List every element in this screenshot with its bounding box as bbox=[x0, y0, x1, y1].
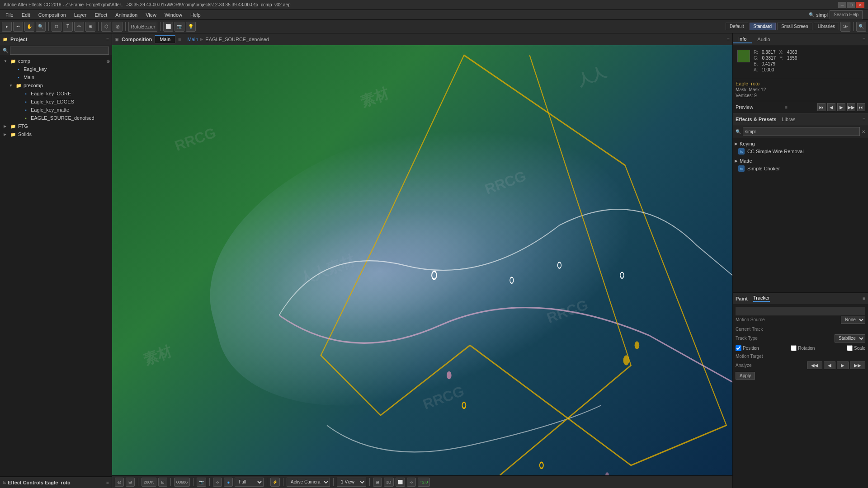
roto-tool[interactable]: ◎ bbox=[113, 22, 123, 32]
tracker-tab[interactable]: Tracker bbox=[753, 295, 770, 302]
tab-audio[interactable]: Audio bbox=[752, 36, 775, 43]
ep-keying-header[interactable]: ▶ Keying bbox=[735, 140, 866, 147]
camera-tool[interactable]: 📷 bbox=[175, 22, 184, 32]
search-btn[interactable]: 🔍 bbox=[856, 22, 866, 32]
transparency-btn[interactable]: ⊹ bbox=[213, 478, 222, 487]
workspace-default[interactable]: Default bbox=[726, 23, 748, 30]
maximize-button[interactable]: □ bbox=[847, 2, 855, 8]
tree-item-comp[interactable]: ▼ 📁 comp ⊕ bbox=[0, 57, 112, 65]
expand-arrow: ▼ bbox=[4, 59, 8, 63]
shape-tool[interactable]: □ bbox=[52, 22, 61, 32]
menu-edit[interactable]: Edit bbox=[18, 11, 34, 19]
tab-info[interactable]: Info bbox=[733, 35, 752, 43]
ep-item-simple-choker[interactable]: fx Simple Choker bbox=[735, 164, 866, 173]
ep-clear-btn[interactable]: ✕ bbox=[862, 129, 865, 134]
preview-options[interactable]: ≡ bbox=[785, 105, 788, 110]
menu-layer[interactable]: Layer bbox=[71, 11, 90, 19]
text-tool[interactable]: T bbox=[63, 22, 73, 32]
workspace-libraries[interactable]: Libraries bbox=[814, 23, 839, 30]
tree-item-ftg[interactable]: ▶ 📁 FTG bbox=[0, 122, 112, 130]
views-select[interactable]: 1 View 2 Views 4 Views bbox=[337, 478, 366, 487]
motion-source-select[interactable]: None bbox=[841, 316, 865, 324]
viewer-snap-btn[interactable]: ⊞ bbox=[126, 478, 135, 487]
frame-display[interactable]: 00686 bbox=[174, 478, 190, 487]
camera-select[interactable]: Active Camera bbox=[287, 478, 330, 487]
menu-effect[interactable]: Effect bbox=[91, 11, 111, 19]
zoom-tool[interactable]: 🔍 bbox=[36, 22, 46, 32]
fast-preview-btn[interactable]: ⚡ bbox=[270, 478, 280, 487]
right-panel-options[interactable]: ≡ bbox=[860, 37, 868, 42]
tree-item-precomp[interactable]: ▼ 📁 precomp bbox=[0, 81, 112, 89]
breadcrumb-main[interactable]: Main bbox=[187, 37, 198, 42]
tree-item-eagle-edges[interactable]: ▪ Eagle_key_EDGES bbox=[0, 98, 112, 106]
minimize-button[interactable]: ─ bbox=[838, 2, 846, 8]
scale-checkbox[interactable] bbox=[847, 345, 853, 351]
track-type-select[interactable]: Stabilize bbox=[835, 334, 865, 343]
brush-tool[interactable]: ✏ bbox=[74, 22, 84, 32]
project-search-input[interactable] bbox=[10, 47, 109, 55]
menu-animation[interactable]: Animation bbox=[112, 11, 141, 19]
toggle-mask-btn[interactable]: ◈ bbox=[224, 478, 233, 487]
quality-select[interactable]: Full Half Third Quarter bbox=[235, 478, 264, 487]
project-tab[interactable]: Project bbox=[10, 37, 27, 42]
position-check-label: Position bbox=[736, 345, 759, 351]
align-tool[interactable]: ⬜ bbox=[163, 22, 173, 32]
menu-help[interactable]: Help bbox=[187, 11, 204, 19]
puppet-tool[interactable]: ⊕ bbox=[85, 22, 95, 32]
position-checkbox[interactable] bbox=[736, 345, 741, 351]
tree-item-eagle-core[interactable]: ▪ Eagle_key_CORE bbox=[0, 89, 112, 98]
light-tool[interactable]: 💡 bbox=[186, 22, 196, 32]
ep-matte-header[interactable]: ▶ Matte bbox=[735, 157, 866, 164]
zoom-display[interactable]: 200% bbox=[142, 478, 156, 487]
step-fwd-btn[interactable]: ⏭ bbox=[857, 103, 865, 111]
search-help-box[interactable]: Search Help bbox=[830, 10, 863, 19]
workspace-menu[interactable]: ≫ bbox=[840, 22, 850, 32]
tree-item-main[interactable]: ▪ Main bbox=[0, 73, 112, 81]
pen-tool[interactable]: ✒ bbox=[13, 22, 23, 32]
menu-file[interactable]: File bbox=[2, 11, 17, 19]
pixel-aspect-btn[interactable]: ⬜ bbox=[396, 478, 405, 487]
view-3d-btn[interactable]: 3D bbox=[384, 478, 394, 487]
prev-frame-btn[interactable]: ◀ bbox=[827, 103, 835, 111]
analyze-fwd-btn[interactable]: ▶▶ bbox=[850, 361, 865, 369]
tree-label-eagle-key: Eagle_key bbox=[24, 66, 47, 72]
next-frame-btn[interactable]: ▶▶ bbox=[847, 103, 855, 111]
analyze-step-back-btn[interactable]: ◀ bbox=[824, 361, 835, 369]
menu-window[interactable]: Window bbox=[161, 11, 186, 19]
tree-item-eagle-matte[interactable]: ▪ Eagle_key_matte bbox=[0, 106, 112, 114]
view-options-btn[interactable]: ⊞ bbox=[373, 478, 382, 487]
ep-search-input[interactable] bbox=[743, 127, 860, 136]
close-button[interactable]: ✕ bbox=[856, 2, 864, 8]
analyze-back-btn[interactable]: ◀◀ bbox=[807, 361, 822, 369]
menu-view[interactable]: View bbox=[142, 11, 160, 19]
project-options[interactable]: ≡ bbox=[106, 37, 109, 42]
rotation-checkbox[interactable] bbox=[791, 345, 797, 351]
analyze-step-fwd-btn[interactable]: ▶ bbox=[837, 361, 849, 369]
hand-tool[interactable]: ✋ bbox=[24, 22, 34, 32]
mask-tool[interactable]: ⬡ bbox=[101, 22, 111, 32]
tree-item-solids[interactable]: ▶ 📁 Solids bbox=[0, 130, 112, 138]
play-btn[interactable]: ▶ bbox=[837, 103, 845, 111]
ep-libraries-tab[interactable]: Libras bbox=[782, 117, 796, 122]
show-guides-btn[interactable]: ⊹ bbox=[407, 478, 416, 487]
selection-tool[interactable]: ▸ bbox=[2, 22, 12, 32]
step-back-btn[interactable]: ⏮ bbox=[817, 103, 826, 111]
snapshot-btn[interactable]: 📷 bbox=[197, 478, 206, 487]
comp-header-options[interactable]: ≡ bbox=[727, 37, 730, 42]
ec-options[interactable]: ≡ bbox=[106, 480, 109, 485]
composition-tab-main[interactable]: Main bbox=[155, 35, 175, 43]
tree-item-eagle-source[interactable]: ▪ EAGLE_SOURCE_denoised bbox=[0, 114, 112, 122]
tracker-options[interactable]: ≡ bbox=[863, 296, 865, 301]
add-folder-icon[interactable]: ⊕ bbox=[106, 59, 110, 64]
ep-options[interactable]: ≡ bbox=[863, 117, 865, 122]
workspace-small-screen[interactable]: Small Screen bbox=[777, 23, 812, 30]
ep-matte-arrow: ▶ bbox=[735, 159, 738, 163]
workspace-standard[interactable]: Standard bbox=[750, 23, 776, 30]
separator4 bbox=[160, 22, 160, 31]
tree-item-eagle-key[interactable]: ▪ Eagle_key bbox=[0, 65, 112, 73]
ep-item-wire-removal[interactable]: fx CC Simple Wire Removal bbox=[735, 147, 866, 155]
apply-btn[interactable]: Apply bbox=[736, 372, 755, 380]
viewer-roto-btn[interactable]: ◎ bbox=[115, 478, 124, 487]
zoom-fit-btn[interactable]: ⊡ bbox=[158, 478, 167, 487]
menu-composition[interactable]: Composition bbox=[35, 11, 70, 19]
